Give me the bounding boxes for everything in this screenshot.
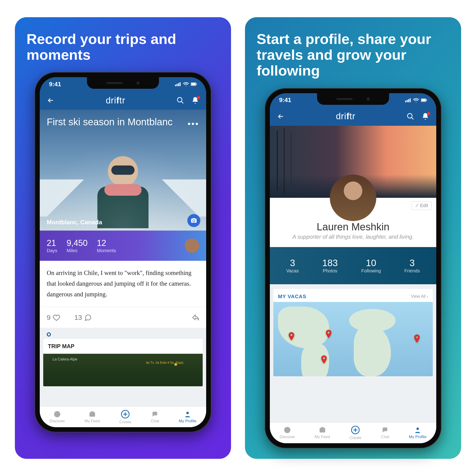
back-button[interactable] (277, 113, 285, 120)
stat-miles: 9,450Miles (67, 238, 88, 253)
author-avatar[interactable] (185, 238, 199, 253)
svg-rect-3 (180, 83, 181, 86)
svg-rect-6 (196, 84, 197, 85)
profile-avatar[interactable] (330, 174, 376, 221)
phone-notch (87, 77, 159, 89)
status-icons (405, 98, 427, 102)
svg-point-9 (54, 411, 60, 417)
svg-point-7 (177, 98, 182, 102)
phone-mockup: 9:41 driftr (35, 72, 211, 432)
top-nav: driftr (270, 107, 436, 126)
svg-rect-19 (421, 99, 426, 101)
svg-rect-2 (178, 83, 179, 86)
svg-rect-17 (410, 98, 411, 102)
stat-vacas[interactable]: 3Vacas (286, 258, 299, 273)
world-map[interactable] (273, 302, 433, 376)
map-pin-icon[interactable] (413, 334, 421, 343)
notification-badge (197, 96, 200, 99)
search-icon[interactable] (176, 96, 184, 104)
my-vacas-card: MY VACAS View All › (273, 289, 433, 376)
svg-rect-0 (175, 85, 176, 86)
tab-myprofile[interactable]: My Profile (179, 410, 196, 424)
trip-map-title: TRIP MAP (43, 339, 203, 354)
phone-notch (317, 93, 389, 105)
tab-discover[interactable]: Discover (50, 410, 65, 424)
tab-create[interactable]: Create (119, 409, 131, 425)
promo-panel-trips: Record your trips and moments 9:41 d (15, 17, 231, 459)
bell-icon[interactable] (191, 96, 199, 104)
svg-rect-15 (407, 100, 408, 102)
trip-description: On arriving in Chile, I went to "work", … (40, 261, 206, 307)
app-brand: driftr (106, 96, 125, 105)
share-button[interactable] (191, 314, 199, 322)
back-button[interactable] (47, 96, 55, 104)
profile-name: Lauren Meshkin (277, 221, 429, 233)
more-icon[interactable]: ••• (187, 119, 199, 129)
screen-content[interactable]: Edit Lauren Meshkin A supporter of all t… (270, 126, 436, 422)
top-nav: driftr (40, 91, 206, 110)
profile-header: Edit Lauren Meshkin A supporter of all t… (270, 198, 436, 247)
tagline-left: Record your trips and moments (27, 31, 220, 63)
trip-map-card[interactable]: TRIP MAP La Calera-Alpe 4a Tv. 2a Este #… (43, 339, 203, 386)
my-vacas-title: MY VACAS (278, 293, 306, 300)
svg-point-21 (408, 113, 412, 118)
svg-rect-11 (91, 411, 94, 412)
svg-rect-5 (191, 83, 196, 85)
map-pin-icon[interactable] (287, 332, 296, 340)
map-pin-icon[interactable] (320, 355, 328, 364)
stat-moments: 12Moments (97, 238, 116, 253)
search-icon[interactable] (407, 113, 414, 120)
tab-bar: Discover My Feed Create Chat My Profile (40, 406, 206, 427)
camera-button[interactable] (187, 214, 200, 227)
profile-stats: 3Vacas 183Photos 10Following 3Friends (270, 247, 436, 284)
svg-point-26 (416, 427, 419, 430)
timeline-marker (40, 328, 206, 339)
trip-map[interactable]: La Calera-Alpe 4a Tv. 2a Este # 5a. Sopó… (43, 354, 203, 386)
tab-myprofile[interactable]: My Profile (409, 426, 426, 439)
status-time: 9:41 (49, 81, 61, 88)
tab-bar: Discover My Feed Create Chat My Profile (270, 422, 436, 443)
tab-chat[interactable]: Chat (151, 410, 159, 424)
view-all-link[interactable]: View All › (411, 294, 428, 299)
svg-rect-1 (177, 84, 178, 86)
map-pin-icon[interactable] (324, 330, 333, 338)
svg-point-13 (187, 412, 189, 414)
svg-rect-14 (405, 101, 406, 102)
promo-panel-profile: Start a profile, share your travels and … (245, 17, 461, 459)
app-brand: driftr (336, 111, 355, 121)
svg-rect-24 (321, 427, 324, 428)
stat-days: 21Days (47, 238, 57, 253)
tab-create[interactable]: Create (350, 425, 361, 440)
svg-rect-16 (408, 99, 409, 102)
svg-rect-23 (320, 428, 325, 433)
phone-mockup: 9:41 driftr (265, 88, 441, 448)
trip-title: First ski season in Montblanc (47, 117, 187, 127)
notification-badge (427, 112, 430, 115)
comment-button[interactable]: 13 (74, 314, 92, 322)
svg-point-22 (284, 427, 290, 433)
tab-discover[interactable]: Discover (280, 426, 295, 439)
bell-icon[interactable] (421, 113, 429, 120)
tagline-right: Start a profile, share your travels and … (256, 31, 449, 79)
status-time: 9:41 (279, 96, 291, 104)
screen-content[interactable]: First ski season in Montblanc ••• Montbl… (40, 110, 206, 406)
trip-stats-bar: 21Days 9,450Miles 12Moments (40, 231, 206, 261)
action-bar: 9 13 (40, 307, 206, 328)
edit-profile-button[interactable]: Edit (412, 201, 432, 210)
stat-photos[interactable]: 183Photos (322, 258, 338, 273)
tab-myfeed[interactable]: My Feed (84, 410, 100, 424)
profile-bio: A supporter of all things love, laughter… (277, 234, 429, 240)
svg-point-8 (193, 220, 195, 222)
trip-hero-card[interactable]: First ski season in Montblanc ••• Montbl… (40, 110, 206, 231)
tab-chat[interactable]: Chat (381, 426, 389, 439)
stat-friends[interactable]: 3Friends (404, 258, 420, 273)
tab-myfeed[interactable]: My Feed (314, 426, 330, 439)
status-icons (175, 82, 197, 86)
svg-rect-10 (89, 412, 95, 417)
like-button[interactable]: 9 (47, 314, 60, 322)
svg-rect-20 (426, 100, 427, 101)
stat-following[interactable]: 10Following (361, 258, 381, 273)
trip-location: Montblanc, Canada (47, 219, 102, 226)
